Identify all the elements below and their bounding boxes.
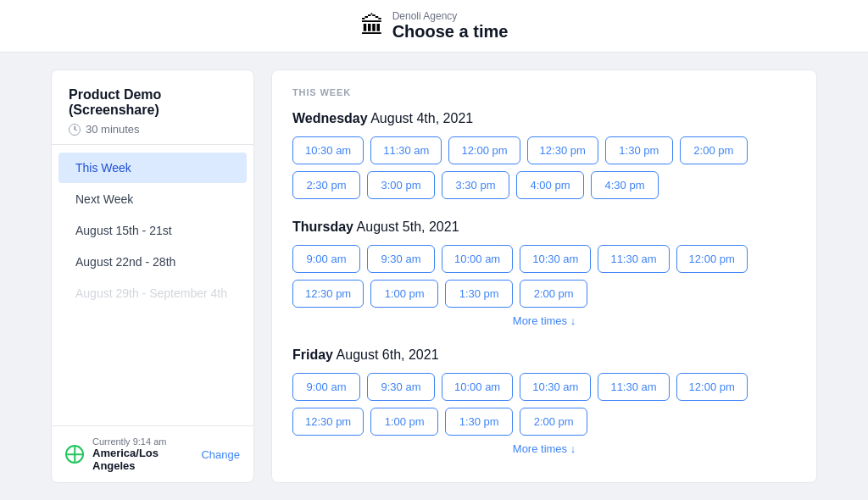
- time-button-0-9[interactable]: 4:00 pm: [516, 171, 584, 199]
- event-duration: 30 minutes: [69, 123, 236, 136]
- time-button-1-2[interactable]: 10:00 am: [442, 245, 513, 273]
- time-button-0-3[interactable]: 12:30 pm: [527, 136, 598, 164]
- right-panel: THIS WEEK Wednesday August 4th, 202110:3…: [271, 69, 817, 483]
- time-button-0-4[interactable]: 1:30 pm: [605, 136, 673, 164]
- time-button-1-7[interactable]: 1:00 pm: [370, 280, 438, 308]
- agency-icon: 🏛: [360, 12, 384, 40]
- timezone-time: Currently 9:14 am: [92, 436, 192, 447]
- main-content: Product Demo (Screenshare) 30 minutes Th…: [0, 53, 868, 500]
- more-times-button-2[interactable]: More times ↓: [513, 442, 576, 455]
- week-item-3[interactable]: August 22nd - 28th: [58, 247, 247, 277]
- left-panel: Product Demo (Screenshare) 30 minutes Th…: [51, 69, 254, 483]
- time-button-0-6[interactable]: 2:30 pm: [292, 171, 360, 199]
- time-button-0-8[interactable]: 3:30 pm: [442, 171, 509, 199]
- time-button-0-10[interactable]: 4:30 pm: [591, 171, 659, 199]
- day-section-1: Thursday August 5th, 20219:00 am9:30 am1…: [292, 219, 796, 327]
- week-item-2[interactable]: August 15th - 21st: [58, 215, 247, 246]
- day-header-2: Friday August 6th, 2021: [292, 347, 796, 363]
- time-button-2-7[interactable]: 1:00 pm: [370, 408, 438, 436]
- time-button-1-8[interactable]: 1:30 pm: [445, 280, 513, 308]
- time-button-1-6[interactable]: 12:30 pm: [292, 280, 364, 308]
- days-container: Wednesday August 4th, 202110:30 am11:30 …: [292, 111, 796, 455]
- time-button-1-3[interactable]: 10:30 am: [520, 245, 591, 273]
- time-button-1-0[interactable]: 9:00 am: [292, 245, 360, 273]
- time-button-2-8[interactable]: 1:30 pm: [445, 408, 513, 436]
- event-title: Product Demo (Screenshare): [69, 87, 236, 118]
- time-grid-2: 9:00 am9:30 am10:00 am10:30 am11:30 am12…: [292, 373, 796, 436]
- week-list: This WeekNext WeekAugust 15th - 21stAugu…: [52, 145, 253, 425]
- page-title: Choose a time: [392, 22, 509, 42]
- change-timezone-button[interactable]: Change: [201, 448, 240, 461]
- agency-name: Denoli Agency: [392, 10, 509, 22]
- time-button-1-1[interactable]: 9:30 am: [367, 245, 435, 273]
- time-button-0-7[interactable]: 3:00 pm: [367, 171, 435, 199]
- time-button-1-5[interactable]: 12:00 pm: [676, 245, 748, 273]
- time-button-2-0[interactable]: 9:00 am: [292, 373, 360, 401]
- week-item-4[interactable]: August 29th - September 4th: [58, 278, 247, 308]
- time-button-2-6[interactable]: 12:30 pm: [292, 408, 364, 436]
- page-header: 🏛 Denoli Agency Choose a time: [0, 0, 868, 53]
- more-times-1: More times ↓: [292, 314, 796, 327]
- timezone-name: America/Los Angeles: [92, 447, 192, 472]
- time-button-2-2[interactable]: 10:00 am: [442, 373, 513, 401]
- timezone-section: Currently 9:14 am America/Los Angeles Ch…: [52, 425, 253, 482]
- time-grid-1: 9:00 am9:30 am10:00 am10:30 am11:30 am12…: [292, 245, 796, 308]
- time-grid-0: 10:30 am11:30 am12:00 pm12:30 pm1:30 pm2…: [292, 136, 796, 199]
- day-section-0: Wednesday August 4th, 202110:30 am11:30 …: [292, 111, 796, 199]
- time-button-2-9[interactable]: 2:00 pm: [520, 408, 587, 436]
- time-button-1-9[interactable]: 2:00 pm: [520, 280, 587, 308]
- clock-icon: [69, 124, 81, 136]
- day-header-1: Thursday August 5th, 2021: [292, 219, 796, 235]
- time-button-0-5[interactable]: 2:00 pm: [680, 136, 748, 164]
- week-item-0[interactable]: This Week: [58, 153, 247, 183]
- time-button-2-4[interactable]: 11:30 am: [598, 373, 669, 401]
- more-times-2: More times ↓: [292, 442, 796, 455]
- day-section-2: Friday August 6th, 20219:00 am9:30 am10:…: [292, 347, 796, 455]
- time-button-1-4[interactable]: 11:30 am: [598, 245, 669, 273]
- time-button-0-1[interactable]: 11:30 am: [370, 136, 442, 164]
- time-button-2-5[interactable]: 12:00 pm: [676, 373, 748, 401]
- day-header-0: Wednesday August 4th, 2021: [292, 111, 796, 126]
- globe-icon: [65, 445, 84, 464]
- time-button-0-0[interactable]: 10:30 am: [292, 136, 364, 164]
- more-times-button-1[interactable]: More times ↓: [513, 314, 576, 327]
- time-button-2-1[interactable]: 9:30 am: [367, 373, 435, 401]
- section-label: THIS WEEK: [292, 87, 796, 97]
- duration-label: 30 minutes: [86, 123, 140, 136]
- week-item-1[interactable]: Next Week: [58, 184, 247, 214]
- timezone-info: Currently 9:14 am America/Los Angeles: [92, 436, 192, 472]
- event-info: Product Demo (Screenshare) 30 minutes: [52, 70, 253, 145]
- time-button-0-2[interactable]: 12:00 pm: [448, 136, 520, 164]
- time-button-2-3[interactable]: 10:30 am: [520, 373, 591, 401]
